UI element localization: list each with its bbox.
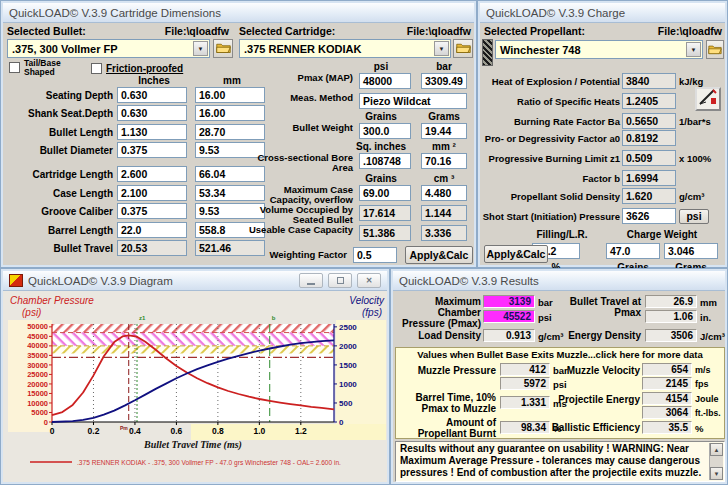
projectile-energy-label: Projectile Energy [556, 395, 640, 406]
weighting-factor-field[interactable]: 0.5 [353, 247, 397, 263]
bullet-weight-grams-field[interactable]: 19.44 [421, 123, 467, 139]
cartridge-combo-arrow-icon[interactable]: ▼ [434, 41, 449, 56]
bullet-length-inches-field[interactable]: 1.130 [117, 124, 187, 140]
bullet-combo[interactable]: .375, 300 Vollmer FP ▼ [7, 39, 210, 58]
y-left-tick: 40000 [27, 341, 48, 350]
tailbase-checkbox[interactable] [9, 62, 20, 73]
seating-depth-inches-field[interactable]: 0.630 [117, 87, 187, 103]
groove-caliber-label: Groove Caliber [5, 206, 117, 217]
warning-box: Results without any guarantee on usabili… [395, 441, 725, 482]
volume-occupied-grains-field: 17.614 [359, 205, 411, 221]
solid-density-field: 1.620 [622, 188, 676, 204]
pmax-map-label: Pmax (MAP) [243, 73, 355, 83]
load-density-value: 0.913 [483, 329, 535, 342]
warning-scrollbar[interactable]: ▲ ▼ [709, 443, 723, 480]
pmax-bar-value: 3139 [483, 295, 535, 308]
max-capacity-row: Maximum Case Capacity, overflow 69.00 4.… [243, 185, 473, 206]
weighting-factor-label: Weighting Factor [243, 250, 349, 260]
y-left-tick: 10000 [27, 399, 48, 408]
progressive-burning-limit-row: Progressive Burning Limit z1 0.509 x 100… [482, 150, 723, 166]
charge-panel-title: QuickLOAD© V.3.9 Charge [486, 7, 625, 19]
cartridge-file-open-button[interactable] [453, 39, 473, 58]
grams-header: Grams [421, 111, 467, 122]
solid-density-label: Propellant Solid Density [482, 191, 622, 202]
burning-rate-factor-row: Burning Rate Factor Ba 0.5650 1/bar*s [482, 113, 723, 129]
energy-density-unit: J/cm³ [700, 331, 725, 342]
charge-panel-titlebar: QuickLOAD© V.3.9 Charge [480, 3, 725, 23]
shank-seat-depth-inches-field[interactable]: 0.630 [117, 105, 187, 121]
muzzle-velocity-ms-unit: m/s [695, 365, 711, 375]
propellant-file-open-button[interactable] [706, 40, 724, 59]
propellant-image-button[interactable] [482, 39, 493, 66]
bore-area-mm2-field[interactable]: 70.16 [421, 153, 467, 169]
burn-rate-chart-button[interactable] [695, 87, 721, 111]
folder-icon [456, 40, 471, 58]
meas-method-label: Meas. Method [243, 93, 355, 103]
psi-unit-button[interactable]: psi [679, 209, 709, 224]
diagram-panel-title: QuickLOAD© V.3.9 Diagram [28, 275, 173, 287]
charge-grams-field[interactable]: 3.046 [664, 243, 718, 259]
degressivity-factor-label: Pro- or Degressivity Factor a0 [482, 133, 622, 144]
cartridge-file-label: File:\qloadfw [407, 25, 471, 37]
cm3-header: cm ³ [421, 173, 467, 184]
bore-area-sqin-field[interactable]: .108748 [359, 153, 411, 169]
case-length-inches-field[interactable]: 2.100 [117, 185, 187, 201]
bullet-file-open-button[interactable] [213, 39, 233, 58]
x-tick: 0.4 [129, 426, 141, 436]
muzzle-velocity-label: Muzzle Velocity [556, 366, 640, 377]
diagram-panel-titlebar: QuickLOAD© V.3.9 Diagram ✕ [3, 271, 387, 291]
bullet-diameter-row: Bullet Diameter 0.375 9.53 [5, 142, 265, 158]
cartridge-apply-calc-button[interactable]: Apply&Calc [405, 246, 473, 264]
results-panel-title: QuickLOAD© V.3.9 Results [399, 275, 539, 287]
shank-seat-depth-row: Shank Seat.Depth 0.630 16.00 [5, 105, 265, 121]
friction-proofed-checkbox[interactable] [91, 63, 102, 74]
minimize-button[interactable] [299, 273, 323, 288]
y-left-tick: 30000 [27, 361, 48, 370]
max-capacity-grains-field[interactable]: 69.00 [359, 185, 411, 201]
propellant-combo[interactable]: Winchester 748 ▼ [495, 40, 703, 59]
pmax-psi-field[interactable]: 48000 [359, 73, 411, 89]
y-right-tick: 0 [339, 418, 344, 427]
x-axis-title: Bullet Travel Time (ms) [143, 439, 242, 451]
close-button[interactable]: ✕ [357, 273, 381, 288]
groove-caliber-inches-field[interactable]: 0.375 [117, 203, 187, 219]
travel-in-unit: in. [700, 312, 711, 323]
load-density-label: Load Density [395, 331, 481, 342]
max-capacity-cm3-field[interactable]: 4.480 [421, 185, 467, 201]
muzzle-exit-header-link[interactable]: Values when Bullet Base Exits Muzzle...c… [398, 349, 722, 360]
volume-occupied-cm3-field: 1.144 [421, 205, 467, 221]
useable-capacity-cm3-field: 3.336 [421, 225, 467, 241]
heat-of-explosion-label: Heat of Explosion / Potential [482, 76, 622, 87]
factor-b-label: Factor b [482, 173, 622, 184]
case-length-label: Case Length [5, 188, 117, 199]
scroll-down-button[interactable]: ▼ [710, 467, 723, 480]
cartridge-length-inches-field[interactable]: 2.600 [117, 166, 187, 182]
bullet-diameter-inches-field[interactable]: 0.375 [117, 142, 187, 158]
restore-button[interactable] [328, 273, 352, 288]
projectile-energy-ftlbs-value: 3064 [642, 406, 692, 419]
degressivity-factor-row: Pro- or Degressivity Factor a0 0.8192 [482, 130, 723, 146]
solid-density-row: Propellant Solid Density 1.620 g/cm³ [482, 188, 723, 204]
meas-method-field[interactable]: Piezo Wildcat [359, 93, 467, 109]
bullet-combo-value: .375, 300 Vollmer FP [12, 43, 118, 55]
charge-apply-calc-button[interactable]: Apply&Calc [484, 245, 548, 263]
bullet-weight-grains-field[interactable]: 300.0 [359, 123, 411, 139]
barrel-length-inches-field[interactable]: 22.0 [117, 222, 187, 238]
shot-start-pressure-field[interactable]: 3626 [622, 208, 676, 224]
filling-header: Filling/L.R. [526, 229, 598, 240]
cartridge-combo-value: .375 RENNER KODIAK [244, 43, 361, 55]
selected-bullet-label: Selected Bullet: [7, 25, 86, 37]
scroll-up-button[interactable]: ▲ [710, 443, 723, 456]
propellant-burnt-label: Amount of Propellant Burnt [416, 418, 496, 440]
pressure-band-red-hatch [52, 324, 334, 333]
max-chamber-pressure-label: Maximum Chamber Pressure (Pmax) [395, 297, 481, 329]
results-panel-titlebar: QuickLOAD© V.3.9 Results [393, 271, 725, 291]
propellant-combo-arrow-icon[interactable]: ▼ [686, 42, 701, 57]
bullet-combo-arrow-icon[interactable]: ▼ [193, 41, 208, 56]
charge-grains-field[interactable]: 47.0 [606, 243, 660, 259]
cartridge-combo[interactable]: .375 RENNER KODIAK ▼ [239, 39, 451, 58]
pmax-bar-field[interactable]: 3309.49 [421, 73, 467, 89]
propellant-file-label: File:\qloadfw [658, 25, 722, 37]
marker-label-Pm: Pm [120, 425, 128, 431]
burning-rate-factor-label: Burning Rate Factor Ba [482, 116, 622, 127]
